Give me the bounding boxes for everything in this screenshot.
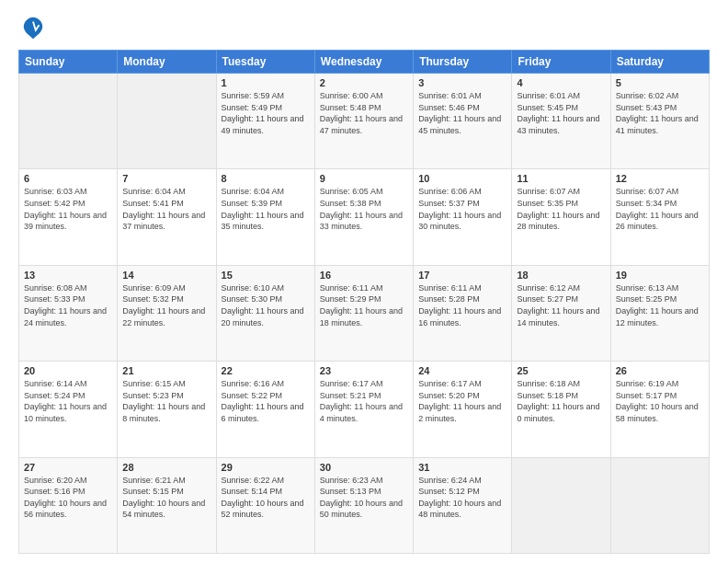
day-info: Sunrise: 6:14 AM Sunset: 5:24 PM Dayligh… bbox=[24, 378, 112, 424]
col-header-tuesday: Tuesday bbox=[216, 51, 314, 74]
day-info: Sunrise: 6:19 AM Sunset: 5:17 PM Dayligh… bbox=[616, 378, 704, 424]
day-info: Sunrise: 6:18 AM Sunset: 5:18 PM Dayligh… bbox=[517, 378, 605, 424]
calendar-cell bbox=[19, 74, 118, 169]
day-info: Sunrise: 6:21 AM Sunset: 5:15 PM Dayligh… bbox=[122, 475, 210, 521]
day-info: Sunrise: 6:04 AM Sunset: 5:41 PM Dayligh… bbox=[122, 186, 210, 232]
day-info: Sunrise: 6:05 AM Sunset: 5:38 PM Dayligh… bbox=[320, 186, 408, 232]
calendar-cell: 30Sunrise: 6:23 AM Sunset: 5:13 PM Dayli… bbox=[314, 457, 413, 553]
day-info: Sunrise: 6:22 AM Sunset: 5:14 PM Dayligh… bbox=[222, 475, 310, 521]
day-info: Sunrise: 6:07 AM Sunset: 5:34 PM Dayligh… bbox=[616, 186, 704, 232]
day-info: Sunrise: 6:24 AM Sunset: 5:12 PM Dayligh… bbox=[418, 475, 506, 521]
col-header-saturday: Saturday bbox=[610, 51, 709, 74]
day-number: 25 bbox=[517, 365, 605, 376]
calendar-cell: 8Sunrise: 6:04 AM Sunset: 5:39 PM Daylig… bbox=[216, 169, 314, 265]
day-info: Sunrise: 6:00 AM Sunset: 5:48 PM Dayligh… bbox=[320, 90, 408, 136]
day-info: Sunrise: 6:03 AM Sunset: 5:42 PM Dayligh… bbox=[24, 186, 112, 232]
day-number: 11 bbox=[517, 173, 605, 184]
day-info: Sunrise: 6:17 AM Sunset: 5:20 PM Dayligh… bbox=[418, 378, 506, 424]
day-number: 12 bbox=[616, 173, 704, 184]
day-number: 22 bbox=[222, 365, 310, 376]
day-number: 2 bbox=[320, 77, 408, 88]
calendar-week-2: 6Sunrise: 6:03 AM Sunset: 5:42 PM Daylig… bbox=[19, 169, 710, 265]
day-info: Sunrise: 6:11 AM Sunset: 5:29 PM Dayligh… bbox=[320, 282, 408, 328]
calendar-cell: 18Sunrise: 6:12 AM Sunset: 5:27 PM Dayli… bbox=[512, 265, 610, 361]
calendar-week-1: 1Sunrise: 5:59 AM Sunset: 5:49 PM Daylig… bbox=[19, 74, 710, 169]
day-info: Sunrise: 6:09 AM Sunset: 5:32 PM Dayligh… bbox=[122, 282, 210, 328]
day-number: 1 bbox=[222, 77, 310, 88]
day-number: 14 bbox=[122, 270, 210, 281]
day-info: Sunrise: 6:10 AM Sunset: 5:30 PM Dayligh… bbox=[222, 282, 310, 328]
calendar-cell: 9Sunrise: 6:05 AM Sunset: 5:38 PM Daylig… bbox=[314, 169, 413, 265]
calendar-cell: 7Sunrise: 6:04 AM Sunset: 5:41 PM Daylig… bbox=[118, 169, 216, 265]
page: SundayMondayTuesdayWednesdayThursdayFrid… bbox=[0, 0, 728, 563]
day-number: 27 bbox=[24, 462, 112, 473]
day-number: 17 bbox=[418, 270, 506, 281]
day-info: Sunrise: 6:15 AM Sunset: 5:23 PM Dayligh… bbox=[122, 378, 210, 424]
calendar-cell: 19Sunrise: 6:13 AM Sunset: 5:25 PM Dayli… bbox=[610, 265, 709, 361]
day-info: Sunrise: 6:12 AM Sunset: 5:27 PM Dayligh… bbox=[517, 282, 605, 328]
col-header-friday: Friday bbox=[512, 51, 610, 74]
calendar-cell: 17Sunrise: 6:11 AM Sunset: 5:28 PM Dayli… bbox=[414, 265, 512, 361]
calendar-cell: 3Sunrise: 6:01 AM Sunset: 5:46 PM Daylig… bbox=[414, 74, 512, 169]
calendar-week-5: 27Sunrise: 6:20 AM Sunset: 5:16 PM Dayli… bbox=[19, 457, 710, 553]
calendar-cell: 5Sunrise: 6:02 AM Sunset: 5:43 PM Daylig… bbox=[610, 74, 709, 169]
day-info: Sunrise: 6:08 AM Sunset: 5:33 PM Dayligh… bbox=[24, 282, 112, 328]
col-header-monday: Monday bbox=[118, 51, 216, 74]
day-number: 13 bbox=[24, 270, 112, 281]
day-number: 30 bbox=[320, 462, 408, 473]
calendar-cell: 26Sunrise: 6:19 AM Sunset: 5:17 PM Dayli… bbox=[610, 362, 709, 457]
calendar-cell bbox=[118, 74, 216, 169]
day-number: 23 bbox=[320, 365, 408, 376]
day-info: Sunrise: 6:20 AM Sunset: 5:16 PM Dayligh… bbox=[24, 475, 112, 521]
day-info: Sunrise: 6:07 AM Sunset: 5:35 PM Dayligh… bbox=[517, 186, 605, 232]
day-info: Sunrise: 6:01 AM Sunset: 5:46 PM Dayligh… bbox=[418, 90, 506, 136]
day-info: Sunrise: 6:16 AM Sunset: 5:22 PM Dayligh… bbox=[222, 378, 310, 424]
day-info: Sunrise: 6:04 AM Sunset: 5:39 PM Dayligh… bbox=[222, 186, 310, 232]
day-number: 6 bbox=[24, 173, 112, 184]
day-number: 18 bbox=[517, 270, 605, 281]
calendar-cell: 29Sunrise: 6:22 AM Sunset: 5:14 PM Dayli… bbox=[216, 457, 314, 553]
day-number: 4 bbox=[517, 77, 605, 88]
day-info: Sunrise: 6:13 AM Sunset: 5:25 PM Dayligh… bbox=[616, 282, 704, 328]
logo bbox=[18, 15, 46, 40]
calendar-cell: 28Sunrise: 6:21 AM Sunset: 5:15 PM Dayli… bbox=[118, 457, 216, 553]
calendar-cell: 6Sunrise: 6:03 AM Sunset: 5:42 PM Daylig… bbox=[19, 169, 118, 265]
day-info: Sunrise: 5:59 AM Sunset: 5:49 PM Dayligh… bbox=[222, 90, 310, 136]
calendar-cell bbox=[610, 457, 709, 553]
day-number: 3 bbox=[418, 77, 506, 88]
calendar-cell: 12Sunrise: 6:07 AM Sunset: 5:34 PM Dayli… bbox=[610, 169, 709, 265]
calendar-cell: 2Sunrise: 6:00 AM Sunset: 5:48 PM Daylig… bbox=[314, 74, 413, 169]
calendar-cell: 23Sunrise: 6:17 AM Sunset: 5:21 PM Dayli… bbox=[314, 362, 413, 457]
calendar-cell: 14Sunrise: 6:09 AM Sunset: 5:32 PM Dayli… bbox=[118, 265, 216, 361]
calendar-table: SundayMondayTuesdayWednesdayThursdayFrid… bbox=[18, 50, 710, 554]
day-info: Sunrise: 6:11 AM Sunset: 5:28 PM Dayligh… bbox=[418, 282, 506, 328]
logo-icon bbox=[20, 15, 46, 40]
day-number: 16 bbox=[320, 270, 408, 281]
day-number: 24 bbox=[418, 365, 506, 376]
col-header-sunday: Sunday bbox=[19, 51, 118, 74]
col-header-wednesday: Wednesday bbox=[314, 51, 413, 74]
calendar-cell: 16Sunrise: 6:11 AM Sunset: 5:29 PM Dayli… bbox=[314, 265, 413, 361]
day-number: 19 bbox=[616, 270, 704, 281]
day-info: Sunrise: 6:23 AM Sunset: 5:13 PM Dayligh… bbox=[320, 475, 408, 521]
calendar-week-3: 13Sunrise: 6:08 AM Sunset: 5:33 PM Dayli… bbox=[19, 265, 710, 361]
day-number: 15 bbox=[222, 270, 310, 281]
day-number: 28 bbox=[122, 462, 210, 473]
calendar-cell: 11Sunrise: 6:07 AM Sunset: 5:35 PM Dayli… bbox=[512, 169, 610, 265]
calendar-cell: 21Sunrise: 6:15 AM Sunset: 5:23 PM Dayli… bbox=[118, 362, 216, 457]
day-number: 9 bbox=[320, 173, 408, 184]
day-number: 21 bbox=[122, 365, 210, 376]
day-number: 7 bbox=[122, 173, 210, 184]
day-number: 31 bbox=[418, 462, 506, 473]
calendar-cell: 13Sunrise: 6:08 AM Sunset: 5:33 PM Dayli… bbox=[19, 265, 118, 361]
calendar-cell: 1Sunrise: 5:59 AM Sunset: 5:49 PM Daylig… bbox=[216, 74, 314, 169]
day-number: 20 bbox=[24, 365, 112, 376]
day-info: Sunrise: 6:17 AM Sunset: 5:21 PM Dayligh… bbox=[320, 378, 408, 424]
calendar-cell: 20Sunrise: 6:14 AM Sunset: 5:24 PM Dayli… bbox=[19, 362, 118, 457]
day-number: 5 bbox=[616, 77, 704, 88]
calendar-cell: 22Sunrise: 6:16 AM Sunset: 5:22 PM Dayli… bbox=[216, 362, 314, 457]
day-number: 10 bbox=[418, 173, 506, 184]
day-number: 26 bbox=[616, 365, 704, 376]
col-header-thursday: Thursday bbox=[414, 51, 512, 74]
calendar-cell: 31Sunrise: 6:24 AM Sunset: 5:12 PM Dayli… bbox=[414, 457, 512, 553]
